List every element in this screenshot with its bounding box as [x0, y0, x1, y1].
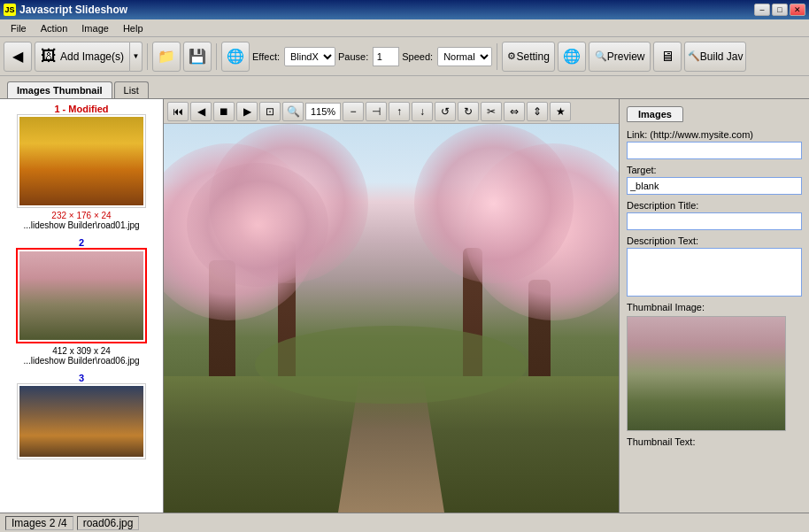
globe-button[interactable]: 🌐 [558, 42, 586, 72]
move-down-button[interactable]: ↓ [412, 102, 433, 121]
effect-group: 🌐 Effect: BlindX BlindY Fade Slide [221, 42, 335, 72]
move-first-button[interactable]: ⊣ [366, 102, 387, 121]
maximize-button[interactable]: □ [772, 4, 788, 16]
desc-title-input[interactable] [627, 212, 802, 230]
effect-label: Effect: [252, 51, 280, 62]
add-images-label: Add Image(s) [60, 50, 124, 63]
thumb-dims-1: 232 × 176 × 24 [4, 211, 158, 220]
pause-label: Pause: [338, 51, 368, 62]
desc-text-input[interactable] [627, 248, 802, 297]
pause-input[interactable] [373, 47, 399, 66]
app-title: Javascript Slideshow [19, 4, 127, 16]
target-label: Target: [627, 165, 802, 175]
target-input[interactable] [627, 177, 802, 195]
menu-help[interactable]: Help [116, 21, 150, 35]
add-images-wrapper: 🖼 Add Image(s) ▼ [35, 42, 143, 72]
preview-image [628, 317, 785, 430]
thumb-label-1: 1 - Modified [4, 104, 158, 114]
menu-file[interactable]: File [4, 21, 34, 35]
toolbar: ◀ 🖼 Add Image(s) ▼ 📁 💾 🌐 Effect: BlindX … [0, 37, 809, 76]
refresh-button[interactable]: 🌐 [221, 42, 250, 72]
thumb-dims-2: 412 x 309 x 24 [4, 346, 158, 356]
prev-button[interactable]: ◀ [190, 102, 212, 121]
play-button[interactable]: ⏮ [167, 102, 189, 121]
zoom-in-button[interactable]: 🔍 [282, 102, 304, 121]
close-button[interactable]: ✕ [790, 4, 805, 16]
preview-button[interactable]: 🔍 Preview [589, 42, 651, 72]
tab-images-thumbnail[interactable]: Images Thumbnail [7, 81, 112, 98]
zoom-out-button[interactable]: − [343, 102, 364, 121]
separator-1 [147, 43, 148, 70]
thumbnail-list: 1 - Modified 232 × 176 × 24 ...lideshow … [0, 99, 163, 513]
tab-list[interactable]: List [114, 81, 149, 98]
image-toolbar: ⏮ ◀ ⏹ ▶ ⊡ 🔍 115% − ⊣ ↑ ↓ ↺ ↻ ✂ ⇔ ⇕ ★ [164, 99, 619, 124]
desc-title-label: Description Title: [627, 200, 802, 211]
flip-v-button[interactable]: ⇕ [527, 102, 548, 121]
menu-bar: File Action Image Help [0, 19, 809, 37]
build-button[interactable]: 🔨 Build Jav [684, 42, 746, 72]
separator-2 [216, 43, 217, 70]
zoom-fit-button[interactable]: ⊡ [259, 102, 281, 121]
effect-select[interactable]: BlindX BlindY Fade Slide [284, 47, 335, 66]
thumbnail-preview [627, 316, 786, 431]
background-grass [255, 326, 528, 404]
rotate-right-button[interactable]: ↻ [458, 102, 479, 121]
effects-button[interactable]: ★ [550, 102, 571, 121]
link-label: Link: (http://www.mysite.com) [627, 129, 802, 140]
thumb-label-2: 2 [4, 237, 158, 248]
add-images-button[interactable]: 🖼 Add Image(s) [35, 42, 130, 72]
thumbnail-item-3[interactable]: 3 [4, 373, 158, 462]
left-panel: 1 - Modified 232 × 176 × 24 ...lideshow … [0, 99, 164, 513]
main-image [164, 124, 619, 513]
thumb-border-1 [17, 114, 146, 208]
thumbnail-image-label: Thumbnail Image: [627, 302, 802, 312]
image-display-area [164, 124, 619, 513]
desc-text-label: Description Text: [627, 235, 802, 246]
thumb-image-3 [19, 386, 143, 457]
title-bar: JS Javascript Slideshow – □ ✕ [0, 0, 809, 19]
thumb-border-3 [17, 383, 146, 459]
link-input[interactable] [627, 142, 802, 159]
main-tab-bar: Images Thumbnail List [0, 76, 809, 99]
nav-back-button[interactable]: ◀ [4, 42, 32, 72]
right-panel: Images Link: (http://www.mysite.com) Tar… [619, 99, 809, 513]
thumbnail-text-label: Thumbnail Text: [627, 436, 802, 447]
right-tab-images[interactable]: Images [627, 106, 683, 122]
speed-select[interactable]: Slow Normal Fast [437, 47, 492, 66]
save-button[interactable]: 💾 [183, 42, 212, 72]
blossom-5 [414, 124, 574, 283]
thumbnail-item-2[interactable]: 2 412 x 309 x 24 ...lideshow Builder\roa… [4, 237, 158, 366]
thumb-label-3: 3 [4, 373, 158, 383]
separator-3 [497, 43, 497, 70]
rotate-left-button[interactable]: ↺ [435, 102, 456, 121]
main-content: 1 - Modified 232 × 176 × 24 ...lideshow … [0, 99, 809, 513]
pause-group: Pause: [338, 47, 399, 66]
setting-button[interactable]: ⚙ Setting [502, 42, 555, 72]
stop-button[interactable]: ⏹ [213, 102, 235, 121]
thumb-image-1 [19, 117, 143, 205]
thumb-border-2 [16, 248, 147, 343]
open-folder-button[interactable]: 📁 [152, 42, 181, 72]
thumbnail-item-1[interactable]: 1 - Modified 232 × 176 × 24 ...lideshow … [4, 104, 158, 230]
minimize-button[interactable]: – [754, 4, 770, 16]
speed-group: Speed: Slow Normal Fast [402, 47, 492, 66]
monitor-button[interactable]: 🖥 [653, 42, 682, 72]
app-icon: JS [4, 4, 16, 16]
add-icon: 🖼 [41, 47, 57, 66]
thumb-path-2: ...lideshow Builder\road06.jpg [4, 356, 158, 366]
flip-h-button[interactable]: ⇔ [504, 102, 525, 121]
status-bar: Images 2 /4 road06.jpg [0, 513, 809, 532]
crop-button[interactable]: ✂ [481, 102, 502, 121]
move-up-button[interactable]: ↑ [389, 102, 410, 121]
blossom-3 [187, 163, 328, 287]
menu-image[interactable]: Image [74, 21, 116, 35]
add-images-dropdown-arrow[interactable]: ▼ [130, 42, 143, 72]
status-filename: road06.jpg [77, 516, 140, 530]
zoom-display: 115% [305, 103, 341, 120]
thumb-path-1: ...lideshow Builder\road01.jpg [4, 220, 158, 230]
menu-action[interactable]: Action [34, 21, 75, 35]
speed-label: Speed: [402, 51, 433, 62]
thumb-image-2 [19, 251, 143, 340]
right-tab-bar: Images [627, 106, 802, 122]
next-button[interactable]: ▶ [236, 102, 258, 121]
